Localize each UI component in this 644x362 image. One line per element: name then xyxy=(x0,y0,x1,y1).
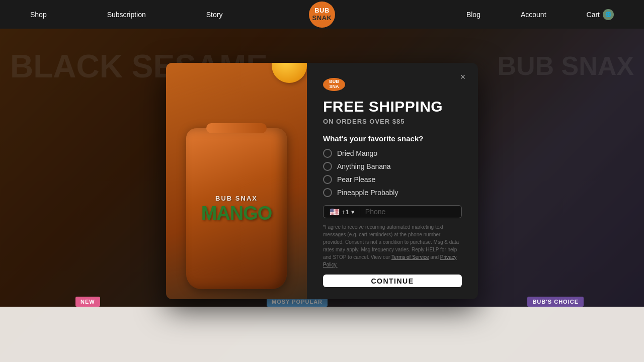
flag-emoji: 🇺🇸 xyxy=(330,207,340,217)
option-anything-banana-label: Anything Banana xyxy=(337,162,391,170)
option-pineapple-probably[interactable]: Pineapple Probably xyxy=(323,188,462,197)
option-pear-please[interactable]: Pear Please xyxy=(323,175,462,184)
radio-dried-mango[interactable] xyxy=(323,149,332,158)
radio-anything-banana[interactable] xyxy=(323,162,332,171)
phone-flag-selector[interactable]: 🇺🇸 +1 ▾ xyxy=(330,207,360,217)
phone-code: +1 xyxy=(342,208,349,216)
modal-headline: FREE SHIPPING xyxy=(323,98,462,115)
option-dried-mango-label: Dried Mango xyxy=(337,149,377,157)
phone-input[interactable] xyxy=(365,208,455,216)
option-dried-mango[interactable]: Dried Mango xyxy=(323,149,462,158)
modal-logo: BUB SNA xyxy=(323,78,345,91)
modal-logo-sna: SNA xyxy=(329,84,339,89)
modal-subheadline: ON ORDERS OVER $85 xyxy=(323,118,462,125)
product-bag: BUB SNAX MANGO xyxy=(186,128,287,289)
modal-question: What's your favorite snack? xyxy=(323,134,462,143)
bag-top xyxy=(206,123,267,133)
radio-pineapple-probably[interactable] xyxy=(323,188,332,197)
snack-options: Dried Mango Anything Banana Pear Please … xyxy=(323,149,462,197)
option-pear-please-label: Pear Please xyxy=(337,175,375,184)
phone-input-wrap[interactable]: 🇺🇸 +1 ▾ xyxy=(323,205,462,218)
phone-dropdown-icon: ▾ xyxy=(351,208,355,216)
mango-icon xyxy=(272,63,307,83)
modal-product-image: BUB SNAX MANGO xyxy=(166,63,307,299)
radio-pear-please[interactable] xyxy=(323,175,332,184)
modal-overlay: BUB SNAX MANGO × BUB SNA FREE SHIPPING O… xyxy=(0,0,644,362)
continue-button[interactable]: CONTINUE xyxy=(323,275,462,287)
modal-form: × BUB SNA FREE SHIPPING ON ORDERS OVER $… xyxy=(307,63,478,299)
bag-flavor: MANGO xyxy=(201,204,272,222)
fruit-decoration xyxy=(272,63,307,83)
bag-brand: BUB SNAX xyxy=(215,195,258,202)
privacy-link[interactable]: Privacy Policy. xyxy=(323,254,457,267)
modal-dialog: BUB SNAX MANGO × BUB SNA FREE SHIPPING O… xyxy=(166,63,478,299)
close-button[interactable]: × xyxy=(456,70,470,84)
option-anything-banana[interactable]: Anything Banana xyxy=(323,162,462,171)
terms-link[interactable]: Terms of Service xyxy=(391,254,429,260)
legal-text: *I agree to receive recurring automated … xyxy=(323,223,462,268)
option-pineapple-probably-label: Pineapple Probably xyxy=(337,189,398,197)
